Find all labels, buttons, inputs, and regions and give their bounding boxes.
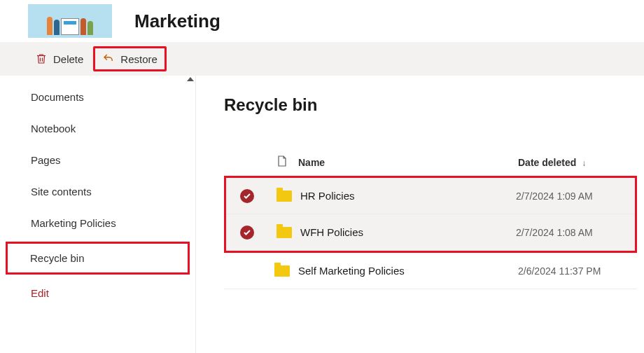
table-row[interactable]: Self Marketing Policies 2/6/2024 11:37 P… <box>224 253 637 289</box>
column-header-date-deleted[interactable]: Date deleted ↓ <box>518 157 637 168</box>
folder-icon <box>274 265 290 277</box>
scroll-up-icon[interactable] <box>187 77 194 81</box>
checkmark-icon[interactable] <box>240 226 254 240</box>
item-name[interactable]: WFH Policies <box>300 226 516 238</box>
restore-button-label: Restore <box>120 53 158 65</box>
trash-icon <box>35 53 48 65</box>
selected-rows-highlight: HR Policies 2/7/2024 1:09 AM WFH Policie… <box>224 176 637 253</box>
table-row[interactable]: HR Policies 2/7/2024 1:09 AM <box>226 178 635 214</box>
delete-button-label: Delete <box>53 53 83 65</box>
command-bar: Delete Restore <box>0 42 644 76</box>
item-date-deleted: 2/7/2024 1:08 AM <box>516 227 635 238</box>
sidebar-item-recycle-bin[interactable]: Recycle bin <box>6 242 190 275</box>
sidebar-item-marketing-policies[interactable]: Marketing Policies <box>0 207 195 239</box>
left-nav: Documents Notebook Pages Site contents M… <box>0 76 196 353</box>
sidebar-item-documents[interactable]: Documents <box>0 81 195 113</box>
undo-icon <box>102 53 115 65</box>
site-header: Marketing <box>0 0 644 42</box>
sidebar-item-notebook[interactable]: Notebook <box>0 113 195 144</box>
main-content: Recycle bin Name Date deleted ↓ <box>196 76 644 353</box>
item-date-deleted: 2/7/2024 1:09 AM <box>516 191 635 202</box>
table-row[interactable]: WFH Policies 2/7/2024 1:08 AM <box>226 214 635 251</box>
file-type-column-icon[interactable] <box>277 155 287 169</box>
sidebar-item-edit[interactable]: Edit <box>0 277 195 309</box>
item-name[interactable]: HR Policies <box>300 190 516 202</box>
page-title: Recycle bin <box>224 95 637 115</box>
checkmark-icon[interactable] <box>240 189 254 203</box>
column-header-name[interactable]: Name <box>298 157 518 168</box>
sort-descending-icon: ↓ <box>582 158 586 168</box>
restore-button[interactable]: Restore <box>93 46 167 71</box>
table-header-row: Name Date deleted ↓ <box>224 150 637 176</box>
item-name[interactable]: Self Marketing Policies <box>298 265 518 277</box>
folder-icon <box>276 227 292 238</box>
sidebar-item-pages[interactable]: Pages <box>0 144 195 176</box>
sidebar-item-site-contents[interactable]: Site contents <box>0 176 195 207</box>
site-title[interactable]: Marketing <box>134 11 220 32</box>
site-logo[interactable] <box>28 4 112 38</box>
item-date-deleted: 2/6/2024 11:37 PM <box>518 265 637 277</box>
folder-icon <box>276 191 292 202</box>
delete-button[interactable]: Delete <box>28 48 90 69</box>
